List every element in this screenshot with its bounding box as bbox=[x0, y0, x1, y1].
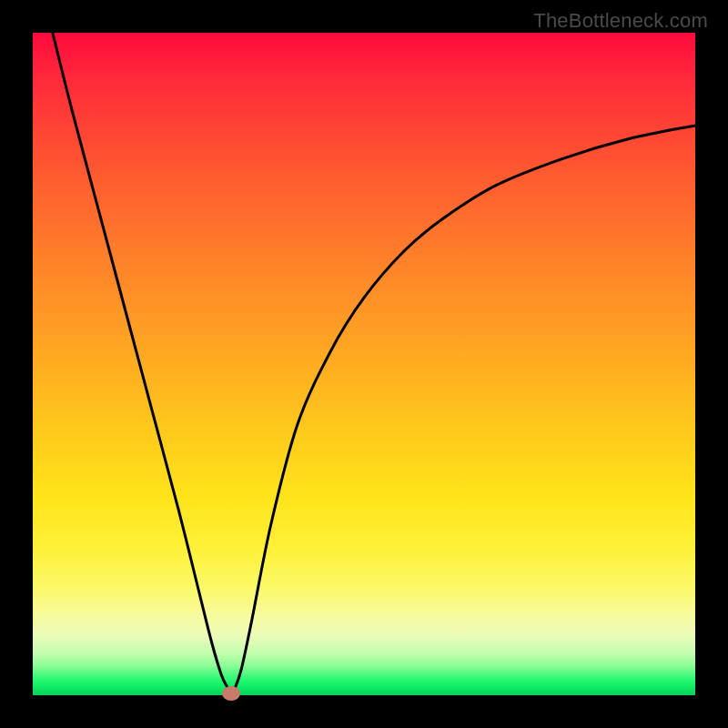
bottleneck-curve bbox=[33, 33, 695, 695]
optimal-point-marker bbox=[222, 686, 240, 701]
chart-frame: TheBottleneck.com bbox=[0, 0, 728, 728]
attribution-text: TheBottleneck.com bbox=[533, 9, 708, 33]
plot-area bbox=[33, 33, 695, 695]
